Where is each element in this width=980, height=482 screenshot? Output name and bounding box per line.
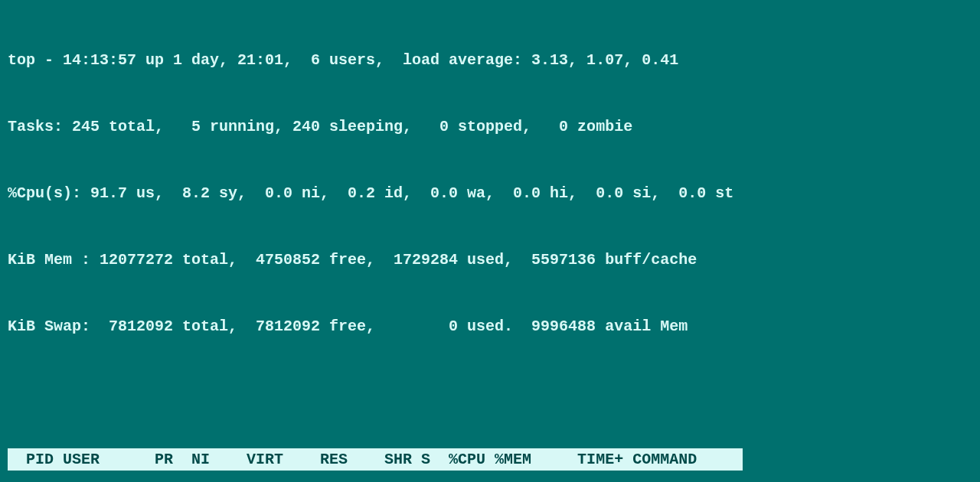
top-summary-line: top - 14:13:57 up 1 day, 21:01, 6 users,… (8, 49, 972, 71)
tasks-line: Tasks: 245 total, 5 running, 240 sleepin… (8, 116, 972, 138)
column-header: PID USER PR NI VIRT RES SHR S %CPU %MEM … (8, 448, 743, 471)
terminal-output[interactable]: top - 14:13:57 up 1 day, 21:01, 6 users,… (0, 0, 980, 482)
cpu-line: %Cpu(s): 91.7 us, 8.2 sy, 0.0 ni, 0.2 id… (8, 182, 972, 204)
blank-line (8, 382, 972, 404)
swap-line: KiB Swap: 7812092 total, 7812092 free, 0… (8, 315, 972, 337)
mem-line: KiB Mem : 12077272 total, 4750852 free, … (8, 249, 972, 271)
